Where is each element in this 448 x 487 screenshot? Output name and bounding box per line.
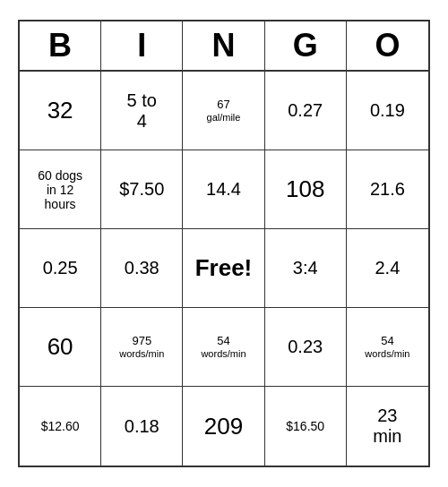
cell-text: 0.19 — [370, 100, 405, 121]
header-letter: B — [20, 21, 101, 70]
bingo-cell: $7.50 — [101, 150, 183, 229]
bingo-cell: 975words/min — [101, 308, 183, 387]
bingo-cell: 2.4 — [347, 229, 428, 308]
header-letter: N — [183, 21, 264, 70]
cell-sub-text: gal/mile — [207, 112, 241, 124]
bingo-cell: 23min — [347, 387, 428, 466]
bingo-cell: 54words/min — [347, 308, 428, 387]
bingo-cell: 0.38 — [101, 229, 183, 308]
bingo-cell: 3:4 — [265, 229, 347, 308]
cell-text: 209 — [204, 413, 243, 440]
bingo-cell: 5 to4 — [101, 72, 183, 150]
bingo-cell: $16.50 — [265, 387, 347, 466]
bingo-cell: 0.18 — [101, 387, 183, 466]
cell-text: 108 — [286, 175, 324, 203]
cell-sub-text: words/min — [119, 348, 164, 360]
bingo-cell: 60 dogsin 12hours — [20, 150, 101, 229]
cell-text: 23min — [373, 406, 401, 447]
bingo-cell: 21.6 — [347, 150, 428, 229]
cell-text: Free! — [195, 254, 253, 282]
bingo-cell: 54words/min — [183, 308, 264, 387]
bingo-cell: 14.4 — [183, 150, 264, 229]
cell-text: 0.27 — [288, 100, 323, 121]
cell-text: $16.50 — [286, 419, 324, 433]
cell-text: 0.38 — [125, 258, 159, 278]
bingo-cell: 0.23 — [265, 308, 347, 387]
header-letter: I — [101, 21, 183, 70]
header-letter: G — [265, 21, 347, 70]
cell-text: 32 — [47, 97, 73, 124]
cell-sub-text: words/min — [365, 348, 409, 360]
bingo-cell: 108 — [265, 150, 347, 229]
cell-main-text: 54 — [381, 334, 393, 348]
cell-text: 60 — [47, 333, 73, 361]
cell-text: 60 dogsin 12hours — [38, 168, 82, 211]
cell-text: $7.50 — [119, 179, 164, 200]
bingo-cell: 0.25 — [20, 229, 101, 308]
bingo-cell: 60 — [20, 308, 101, 387]
cell-main-text: 975 — [132, 334, 151, 348]
cell-text: 21.6 — [370, 179, 405, 200]
cell-text: 0.25 — [43, 258, 78, 278]
bingo-cell: 209 — [183, 387, 264, 466]
bingo-cell: 32 — [20, 72, 101, 150]
bingo-grid: 325 to467gal/mile0.270.1960 dogsin 12hou… — [20, 72, 428, 466]
cell-text: 14.4 — [206, 179, 241, 200]
cell-text: $12.60 — [41, 419, 80, 433]
bingo-card: BINGO 325 to467gal/mile0.270.1960 dogsin… — [18, 20, 430, 467]
bingo-cell: 0.27 — [265, 72, 347, 150]
header-letter: O — [347, 21, 428, 70]
cell-main-text: 54 — [217, 334, 229, 348]
cell-sub-text: words/min — [201, 348, 246, 360]
bingo-cell: $12.60 — [20, 387, 101, 466]
cell-text: 2.4 — [375, 258, 400, 278]
cell-text: 0.23 — [288, 337, 323, 357]
bingo-cell: 0.19 — [347, 72, 428, 150]
bingo-cell: 67gal/mile — [183, 72, 264, 150]
bingo-cell: Free! — [183, 229, 264, 308]
cell-main-text: 67 — [217, 98, 229, 112]
cell-text: 3:4 — [293, 258, 318, 278]
bingo-header: BINGO — [20, 21, 428, 72]
cell-text: 0.18 — [125, 416, 159, 437]
cell-text: 5 to4 — [127, 90, 157, 132]
